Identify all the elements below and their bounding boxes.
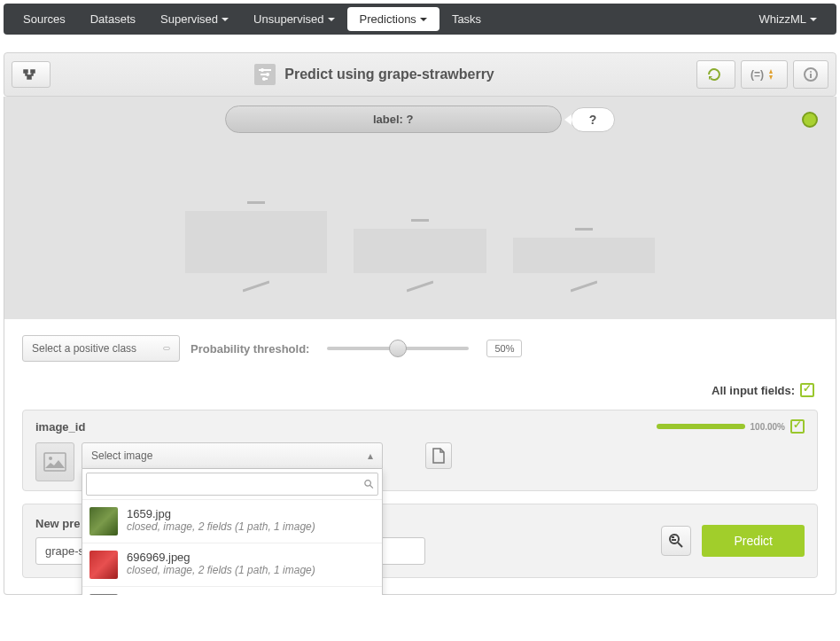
all-input-fields-label: All input fields: xyxy=(4,378,836,410)
svg-point-1 xyxy=(261,68,264,72)
thumbnail-icon xyxy=(89,551,118,579)
prediction-label-pill: label: ? xyxy=(225,106,562,133)
refresh-button[interactable] xyxy=(696,60,735,89)
prediction-label-row: label: ? ? xyxy=(4,97,836,142)
upload-file-button[interactable] xyxy=(425,442,452,469)
predict-button[interactable]: Predict xyxy=(702,525,805,557)
nav-predictions[interactable]: Predictions xyxy=(347,7,439,31)
image-option[interactable]: 696969.jpeg closed, image, 2 fields (1 p… xyxy=(82,543,382,586)
svg-point-8 xyxy=(49,457,52,460)
inspect-button[interactable] xyxy=(661,526,691,556)
caret-down-icon xyxy=(810,18,817,21)
field-label: image_id xyxy=(35,420,85,434)
confidence-pill: ? xyxy=(571,107,616,132)
thumbnail-icon xyxy=(89,507,118,535)
check-icon[interactable] xyxy=(790,419,805,434)
nav-tasks[interactable]: Tasks xyxy=(439,4,494,35)
caret-down-icon xyxy=(222,18,229,21)
page-title: Predict using grape-strawberry xyxy=(51,62,696,87)
nav-datasets[interactable]: Datasets xyxy=(78,4,148,35)
image-search-input[interactable] xyxy=(86,473,378,496)
image-thumbnail-placeholder xyxy=(35,442,74,481)
svg-point-5 xyxy=(810,71,812,73)
svg-rect-6 xyxy=(810,74,812,78)
svg-rect-31 xyxy=(672,539,676,541)
positive-class-select[interactable]: Select a positive class xyxy=(22,335,180,362)
archive-icon xyxy=(89,594,118,595)
caret-down-icon xyxy=(420,18,427,21)
image-option[interactable]: 1659.jpg closed, image, 2 fields (1 path… xyxy=(82,499,382,543)
chart-placeholder xyxy=(4,142,836,319)
svg-point-2 xyxy=(266,73,269,76)
top-nav: Sources Datasets Supervised Unsupervised… xyxy=(4,4,836,35)
nav-whizzml[interactable]: WhizzML xyxy=(747,4,829,35)
threshold-value: 50% xyxy=(486,340,522,357)
page-toolbar: Predict using grape-strawberry (=) xyxy=(4,52,836,97)
threshold-slider[interactable] xyxy=(327,347,469,350)
image-search: ⚲ xyxy=(86,473,378,496)
run-action-button[interactable]: (=) xyxy=(741,60,788,89)
info-button[interactable] xyxy=(793,60,828,89)
nav-supervised[interactable]: Supervised xyxy=(148,4,241,35)
nav-sources[interactable]: Sources xyxy=(11,4,78,35)
image-select-panel: ⚲ 1659.jpg closed, image, 2 fields (1 pa… xyxy=(82,469,383,595)
threshold-row: Select a positive class Probability thre… xyxy=(4,319,836,378)
field-importance-meter: 100.00% xyxy=(657,419,805,434)
check-icon[interactable] xyxy=(800,383,814,397)
image-select-button[interactable]: Select image ▴ xyxy=(82,442,383,469)
resource-nav-button[interactable] xyxy=(12,61,51,88)
svg-rect-30 xyxy=(672,536,674,538)
svg-point-3 xyxy=(262,77,266,81)
toggle-green-button[interactable] xyxy=(802,112,818,128)
main-content: label: ? ? Select a positive class Proba… xyxy=(4,97,836,595)
field-image-id: image_id 100.00% Select image ▴ ⚲ xyxy=(22,410,818,491)
image-option[interactable]: predict-images.zip open, image, 6 source… xyxy=(82,586,382,595)
nav-unsupervised[interactable]: Unsupervised xyxy=(241,4,347,35)
caret-down-icon xyxy=(328,18,335,21)
filter-icon xyxy=(253,62,277,87)
threshold-label: Probability threshold: xyxy=(191,342,309,356)
